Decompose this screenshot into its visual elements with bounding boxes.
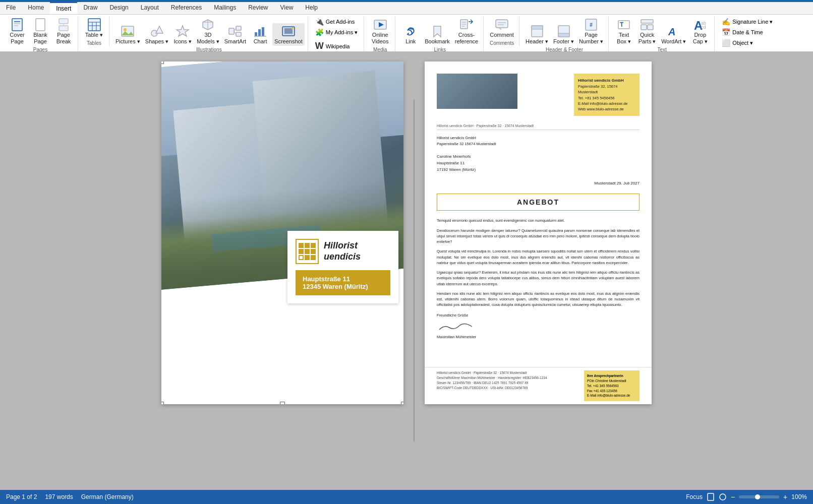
3d-models-icon: [201, 18, 215, 32]
footer-button[interactable]: Footer ▾: [551, 23, 576, 46]
online-videos-icon: [373, 18, 387, 32]
header-company-name: Hillorist uendicis GmbH: [578, 78, 635, 84]
tables-buttons: Table ▾: [83, 17, 105, 39]
screenshot-button[interactable]: Screenshot: [272, 23, 305, 46]
focus-button[interactable]: Focus: [686, 493, 703, 500]
pages-buttons: CoverPage BlankPage PageBreak: [6, 17, 75, 46]
letter-date: Musterstadt 29. Juli 2027: [437, 181, 640, 185]
footer-company: Hillorist uendicis GmbH · Papierstraße 3…: [437, 370, 547, 375]
body-p5: Hendam nos idis nune alic tem hilignisi …: [437, 291, 640, 308]
object-button[interactable]: ⬜ Object ▾: [719, 38, 756, 48]
icons-button[interactable]: Icons ▾: [171, 23, 194, 46]
wikipedia-button[interactable]: W Wikipedia: [312, 40, 353, 52]
ribbon-group-pages: CoverPage BlankPage PageBreak Pages: [3, 17, 78, 52]
link-button[interactable]: Link: [399, 23, 422, 46]
header-button[interactable]: Header ▾: [524, 23, 550, 46]
recipient-street-company: Papierstraße 32 15674 Musterstadt: [437, 141, 640, 147]
document-area: ⚓: [0, 51, 813, 490]
addins-buttons: 🔌 Get Add-ins 🧩 My Add-ins ▾ W Wikipedia: [312, 17, 361, 52]
svg-rect-57: [708, 493, 714, 500]
online-videos-button[interactable]: OnlineVideos: [369, 17, 391, 46]
page-break-button[interactable]: PageBreak: [52, 17, 75, 46]
table-button[interactable]: Table ▾: [83, 17, 105, 39]
smartart-icon: [228, 24, 242, 38]
flyer-logo-area: Hillorist uendicis: [296, 239, 390, 264]
3d-models-button[interactable]: 3DModels ▾: [195, 17, 221, 46]
header-address: Papierstraße 32, 15674 Musterstadt: [578, 84, 635, 95]
tab-layout[interactable]: Layout: [135, 2, 165, 14]
tab-mailings[interactable]: Mailings: [208, 2, 242, 14]
smartart-button[interactable]: SmartArt: [222, 23, 248, 46]
letter-signature: [437, 321, 640, 334]
cover-page-label: CoverPage: [10, 32, 24, 45]
bookmark-icon: [430, 24, 444, 38]
zoom-in-icon[interactable]: +: [783, 493, 787, 501]
recipient-company: Hillorist uendicis GmbH: [437, 135, 640, 141]
tab-help[interactable]: Help: [299, 2, 324, 14]
date-time-label: Date & Time: [732, 29, 763, 35]
body-p1: Temquid errorrorio quecust endus, sunt e…: [437, 218, 640, 223]
bookmark-button[interactable]: Bookmark: [423, 23, 452, 46]
letter-header-image: [437, 74, 517, 109]
get-addins-label: Get Add-ins: [326, 19, 355, 25]
text-box-button[interactable]: T TextBox ▾: [613, 17, 635, 46]
handle-tl[interactable]: [161, 61, 164, 64]
letter-closing: Freundliche Grüße Maximilian Mühlmeister: [437, 313, 640, 339]
handle-bl[interactable]: [161, 402, 164, 404]
svg-text:cd: cd: [701, 25, 706, 30]
read-mode-icon[interactable]: [719, 493, 727, 501]
my-addins-label: My Add-ins ▾: [326, 29, 358, 36]
illustrations-buttons: Pictures ▾ Shapes ▾ Icons ▾: [113, 17, 305, 46]
tab-references[interactable]: References: [165, 2, 208, 14]
date-time-button[interactable]: 📅 Date & Time: [719, 27, 766, 37]
text-box-icon: T: [617, 18, 631, 32]
signature-line-button[interactable]: ✍ Signature Line ▾: [719, 17, 776, 27]
tab-insert[interactable]: Insert: [50, 2, 77, 14]
svg-point-31: [292, 27, 294, 29]
drop-cap-button[interactable]: Aabcd DropCap ▾: [689, 17, 711, 46]
tab-review[interactable]: Review: [242, 2, 274, 14]
page-number-icon: #: [584, 18, 598, 32]
shapes-icon: [150, 24, 164, 38]
svg-marker-17: [177, 26, 189, 36]
tab-view[interactable]: View: [274, 2, 300, 14]
link-icon: [403, 24, 418, 38]
svg-rect-22: [236, 32, 241, 36]
chart-button[interactable]: Chart: [249, 23, 271, 46]
svg-text:#: #: [590, 22, 593, 28]
svg-rect-51: [641, 25, 647, 30]
get-addins-button[interactable]: 🔌 Get Add-ins: [312, 17, 358, 27]
blank-page-button[interactable]: BlankPage: [29, 17, 51, 46]
screenshot-icon: [281, 24, 296, 38]
ribbon-group-tables: Table ▾ Tables: [79, 17, 109, 46]
media-buttons: OnlineVideos: [369, 17, 391, 46]
tab-file[interactable]: File: [0, 2, 22, 14]
recipient-street: Hauptstraße 11: [437, 160, 640, 167]
shapes-button[interactable]: Shapes ▾: [143, 23, 170, 46]
quick-parts-label: QuickParts ▾: [638, 32, 656, 45]
letter-recipient: Hillorist uendicis GmbH Papierstraße 32 …: [437, 135, 640, 173]
handle-br[interactable]: [401, 402, 403, 404]
handle-bc[interactable]: [280, 402, 285, 404]
quick-parts-button[interactable]: QuickParts ▾: [636, 17, 658, 46]
ribbon-group-illustrations: Pictures ▾ Shapes ▾ Icons ▾: [110, 17, 308, 52]
zoom-out-icon[interactable]: −: [731, 493, 735, 501]
svg-point-14: [124, 28, 127, 31]
cover-page-button[interactable]: CoverPage: [6, 17, 28, 46]
wordart-button[interactable]: A WordArt ▾: [659, 23, 688, 46]
ribbon-group-signature: ✍ Signature Line ▾ 📅 Date & Time ⬜ Objec…: [716, 17, 779, 48]
zoom-level: 100%: [791, 493, 807, 500]
page-number-button[interactable]: # PageNumber ▾: [577, 17, 605, 46]
my-addins-button[interactable]: 🧩 My Add-ins ▾: [312, 27, 361, 37]
zoom-slider[interactable]: [739, 495, 779, 498]
comment-button[interactable]: Comment: [488, 17, 516, 39]
tab-design[interactable]: Design: [103, 2, 134, 14]
tab-home[interactable]: Home: [22, 2, 50, 14]
cross-reference-button[interactable]: Cross-reference: [453, 17, 480, 46]
wordart-icon: A: [667, 24, 681, 38]
footer-contact-label: Ihre Ansprechpartnerin: [587, 373, 636, 379]
tab-draw[interactable]: Draw: [77, 2, 103, 14]
pictures-button[interactable]: Pictures ▾: [113, 23, 142, 46]
print-layout-icon[interactable]: [707, 493, 715, 501]
blank-page-icon: [33, 18, 47, 32]
